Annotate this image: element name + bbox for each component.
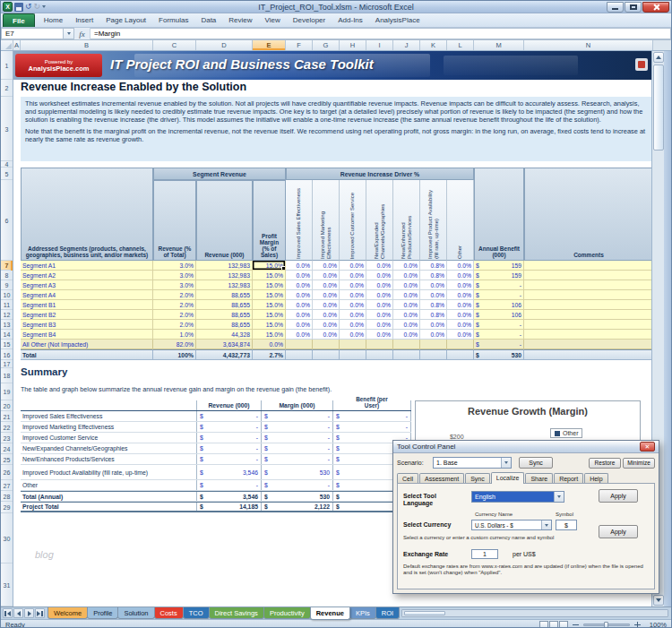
column-header-M[interactable]: M xyxy=(474,40,524,50)
cell-revenue[interactable]: 132,983 xyxy=(196,261,253,271)
ribbon-tab-page-layout[interactable]: Page Layout xyxy=(99,13,152,27)
row-header-20[interactable]: 20 xyxy=(1,400,13,411)
row-header-12[interactable]: 12 xyxy=(1,310,13,320)
row-header-14[interactable]: 14 xyxy=(1,330,13,340)
row-header-7[interactable]: 7 xyxy=(1,261,13,271)
summary-label[interactable]: New/Enhanced Products/Services xyxy=(21,454,196,464)
zoom-slider[interactable] xyxy=(583,624,630,626)
cell-driver-1[interactable]: 0.0% xyxy=(313,280,340,290)
cell-revenue[interactable]: 88,655 xyxy=(196,310,253,320)
cell-profit-margin[interactable]: 15.0% xyxy=(253,330,286,340)
cell-driver-3[interactable]: 0.0% xyxy=(366,330,393,340)
cell-driver-4[interactable]: 0.0% xyxy=(393,280,420,290)
cell-driver-6[interactable] xyxy=(447,349,474,360)
formula-input[interactable]: =Margin xyxy=(90,28,671,39)
cell-comment[interactable] xyxy=(524,271,651,280)
column-header-B[interactable]: B xyxy=(21,40,153,50)
driver-header-improved-marketing-effectiveness[interactable]: Improved Marketing Effectiveness xyxy=(313,180,340,261)
cell-driver-4[interactable] xyxy=(393,349,420,360)
summary-revenue[interactable]: $- xyxy=(196,480,261,490)
maximize-button[interactable] xyxy=(625,2,642,13)
driver-header-improved-product-availability-fill-rate-up-time[interactable]: Improved Product Availability (fill rate… xyxy=(420,180,447,261)
cell-driver-5[interactable]: 0.8% xyxy=(420,310,447,320)
cell-driver-3[interactable]: 0.0% xyxy=(366,261,393,271)
summary-label[interactable]: Project Total xyxy=(21,503,196,511)
cell-revenue-pct[interactable]: 3.0% xyxy=(153,261,196,271)
ribbon-tab-home[interactable]: Home xyxy=(38,13,69,27)
summary-margin[interactable]: $530 xyxy=(261,492,332,501)
ribbon-tab-file[interactable]: File xyxy=(3,13,35,27)
symbol-input[interactable]: $ xyxy=(556,520,577,530)
cell-driver-1[interactable]: 0.0% xyxy=(313,300,340,310)
cell-segment-name[interactable]: Segment B1 xyxy=(21,300,153,310)
row-header-26[interactable]: 26 xyxy=(1,465,13,480)
cell-revenue-pct[interactable]: 2.0% xyxy=(153,290,196,300)
cell-driver-0[interactable] xyxy=(286,340,313,349)
prev-sheet-icon[interactable] xyxy=(13,608,23,618)
cell-profit-margin[interactable]: 2.7% xyxy=(253,349,286,360)
row-header-10[interactable]: 10 xyxy=(1,290,13,300)
language-select[interactable]: English xyxy=(471,491,564,503)
row-header-27[interactable]: 27 xyxy=(1,480,13,491)
cell-driver-6[interactable]: 0.0% xyxy=(447,330,474,340)
cell-driver-5[interactable]: 0.8% xyxy=(420,271,447,280)
summary-label[interactable]: Total (Annual) xyxy=(21,492,196,501)
cell-driver-1[interactable]: 0.0% xyxy=(313,320,340,330)
row-header-28[interactable]: 28 xyxy=(1,491,13,502)
cell-driver-2[interactable] xyxy=(340,349,366,360)
cell-revenue-pct[interactable]: 2.0% xyxy=(153,320,196,330)
cell-driver-6[interactable]: 0.0% xyxy=(447,271,474,280)
summary-label[interactable]: Improved Sales Effectiveness xyxy=(21,411,196,421)
ribbon-tab-data[interactable]: Data xyxy=(194,13,222,27)
cell-driver-6[interactable]: 0.0% xyxy=(447,320,474,330)
cell-driver-3[interactable]: 0.0% xyxy=(366,320,393,330)
cell-driver-4[interactable]: 0.0% xyxy=(393,261,420,271)
row-header-22[interactable]: 22 xyxy=(1,422,13,433)
cell-driver-5[interactable]: 0.0% xyxy=(420,280,447,290)
scenario-select[interactable]: 1. Base xyxy=(433,457,512,469)
column-header-K[interactable]: K xyxy=(420,40,447,50)
cell-driver-0[interactable]: 0.0% xyxy=(286,290,313,300)
cell-driver-3[interactable]: 0.0% xyxy=(366,310,393,320)
cell-driver-1[interactable]: 0.0% xyxy=(313,330,340,340)
cell-annual-benefit[interactable]: $530 xyxy=(474,349,524,360)
cell-segment-name[interactable]: Segment B4 xyxy=(21,330,153,340)
cell-driver-3[interactable]: 0.0% xyxy=(366,290,393,300)
summary-label[interactable]: Improved Customer Service xyxy=(21,433,196,443)
last-sheet-icon[interactable] xyxy=(35,608,45,618)
cell-annual-benefit[interactable]: $159 xyxy=(474,261,524,271)
cell-driver-0[interactable]: 0.0% xyxy=(286,300,313,310)
ribbon-tab-view[interactable]: View xyxy=(259,13,287,27)
summary-revenue[interactable]: $- xyxy=(196,411,261,421)
apply-currency-button[interactable]: Apply xyxy=(599,525,638,538)
cell-driver-2[interactable]: 0.0% xyxy=(340,261,366,271)
row-header-29[interactable]: 29 xyxy=(1,502,13,513)
summary-revenue[interactable]: $- xyxy=(196,443,261,453)
cell-profit-margin[interactable]: 15.0% xyxy=(253,280,286,290)
cell-driver-0[interactable] xyxy=(286,349,313,360)
scroll-up-icon[interactable] xyxy=(653,52,664,63)
summary-label[interactable]: New/Expanded Channels/Geographies xyxy=(21,443,196,453)
cell-revenue[interactable]: 132,983 xyxy=(196,271,253,280)
cell-annual-benefit[interactable]: $106 xyxy=(474,300,524,310)
sheet-tab-tco[interactable]: TCO xyxy=(183,607,210,619)
cell-segment-name[interactable]: Total xyxy=(21,349,153,360)
cell-driver-3[interactable] xyxy=(366,349,393,360)
restore-button[interactable]: Restore xyxy=(589,458,621,469)
cell-driver-2[interactable] xyxy=(340,340,366,349)
cell-annual-benefit[interactable]: $- xyxy=(474,340,524,349)
cell-driver-5[interactable] xyxy=(420,349,447,360)
column-header-F[interactable]: F xyxy=(286,40,313,50)
cell-revenue[interactable]: 88,655 xyxy=(196,290,253,300)
row-header-21[interactable]: 21 xyxy=(1,411,13,422)
cell-driver-6[interactable]: 0.0% xyxy=(447,300,474,310)
summary-revenue[interactable]: $3,546 xyxy=(196,492,261,501)
first-sheet-icon[interactable] xyxy=(3,608,13,618)
cell-driver-2[interactable]: 0.0% xyxy=(340,280,366,290)
cell-driver-3[interactable]: 0.0% xyxy=(366,271,393,280)
exchange-rate-input[interactable]: 1 xyxy=(471,549,498,559)
next-sheet-icon[interactable] xyxy=(24,608,34,618)
ribbon-tab-developer[interactable]: Developer xyxy=(287,13,332,27)
cell-revenue[interactable]: 88,655 xyxy=(196,300,253,310)
cell-driver-6[interactable] xyxy=(447,340,474,349)
